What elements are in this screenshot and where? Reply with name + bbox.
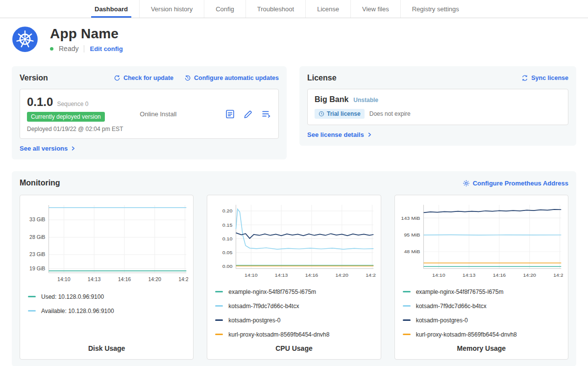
sync-icon bbox=[521, 75, 528, 81]
edit-config-link[interactable]: Edit config bbox=[90, 45, 122, 52]
configure-automatic-updates-link[interactable]: Configure automatic updates bbox=[184, 75, 279, 81]
license-expiry: Does not expire bbox=[369, 110, 411, 117]
svg-text:14:23: 14:23 bbox=[178, 276, 188, 282]
sync-license-link[interactable]: Sync license bbox=[521, 75, 568, 81]
configure-prometheus-link[interactable]: Configure Prometheus Address bbox=[463, 180, 568, 187]
legend-swatch bbox=[215, 319, 223, 321]
tab-version-history[interactable]: Version history bbox=[139, 0, 204, 18]
view-diff-icon[interactable] bbox=[261, 109, 271, 119]
legend-swatch bbox=[28, 296, 36, 297]
current-version-box: 0.1.0 Sequence 0 Currently deployed vers… bbox=[20, 89, 279, 139]
legend-label: kotsadm-postgres-0 bbox=[416, 317, 468, 324]
kubernetes-logo-icon bbox=[12, 26, 38, 52]
svg-text:14:16: 14:16 bbox=[305, 272, 318, 278]
release-notes-icon[interactable] bbox=[225, 109, 235, 119]
deployed-timestamp: Deployed 01/19/22 @ 02:04 pm EST bbox=[27, 126, 123, 132]
legend-swatch bbox=[403, 305, 411, 307]
deployed-badge: Currently deployed version bbox=[27, 112, 105, 122]
gear-icon bbox=[463, 180, 470, 187]
legend-item: example-nginx-54f8f76755-l675m bbox=[215, 285, 375, 299]
cards-row: Version Check for update Configure au bbox=[0, 54, 588, 159]
app-title-block: App Name Ready Edit config bbox=[50, 26, 123, 52]
refresh-icon bbox=[114, 75, 121, 81]
app-title: App Name bbox=[50, 26, 123, 42]
license-channel: Unstable bbox=[353, 97, 378, 104]
legend-label: kurl-proxy-kotsadm-8569fb6454-dnvh8 bbox=[228, 331, 329, 338]
top-nav: Dashboard Version history Config Trouble… bbox=[0, 0, 588, 18]
license-card: License Sync license Big Bank Unstable bbox=[299, 66, 576, 146]
disk-usage-chart: 14:1014:1314:1614:2014:2333 GiB28 GiB23 … bbox=[25, 201, 188, 286]
legend-item: Used: 10.128.0.96:9100 bbox=[28, 289, 188, 304]
legend-label: kotsadm-7f9dc7d66c-b4tcx bbox=[416, 303, 487, 310]
chart-title: Memory Usage bbox=[400, 341, 563, 355]
svg-text:95 MiB: 95 MiB bbox=[404, 233, 420, 238]
version-card: Version Check for update Configure au bbox=[12, 66, 287, 159]
legend-item: Available: 10.128.0.96:9100 bbox=[28, 304, 188, 318]
tab-view-files[interactable]: View files bbox=[350, 0, 400, 18]
tab-config[interactable]: Config bbox=[204, 0, 245, 18]
legend-item: kurl-proxy-kotsadm-8569fb6454-dnvh8 bbox=[215, 327, 375, 341]
charts-row: 14:1014:1314:1614:2014:2333 GiB28 GiB23 … bbox=[20, 195, 568, 360]
svg-text:14:10: 14:10 bbox=[57, 276, 71, 282]
license-customer-name: Big Bank bbox=[315, 95, 348, 104]
monitoring-heading: Monitoring bbox=[20, 179, 60, 187]
legend-label: kurl-proxy-kotsadm-8569fb6454-dnvh8 bbox=[416, 331, 517, 338]
svg-text:48 MiB: 48 MiB bbox=[404, 249, 420, 254]
svg-text:0.10: 0.10 bbox=[222, 236, 233, 241]
check-for-update-link[interactable]: Check for update bbox=[114, 75, 173, 81]
legend-item: kotsadm-postgres-0 bbox=[403, 313, 563, 327]
chevron-right-icon bbox=[71, 146, 76, 151]
svg-text:14:13: 14:13 bbox=[275, 272, 288, 278]
legend-item: kotsadm-7f9dc7d66c-b4tcx bbox=[215, 299, 375, 313]
legend-item: kotsadm-postgres-0 bbox=[215, 313, 375, 327]
svg-text:14:13: 14:13 bbox=[462, 272, 475, 278]
see-all-versions-link[interactable]: See all versions bbox=[20, 145, 76, 152]
tab-dashboard[interactable]: Dashboard bbox=[83, 0, 139, 18]
svg-text:14:20: 14:20 bbox=[336, 272, 349, 278]
clock-icon bbox=[318, 111, 324, 117]
license-info-box: Big Bank Unstable Trial license Does not… bbox=[307, 89, 568, 125]
version-sequence: Sequence 0 bbox=[57, 101, 88, 107]
svg-text:14:20: 14:20 bbox=[148, 276, 161, 282]
svg-text:0.00: 0.00 bbox=[222, 264, 233, 269]
legend-swatch bbox=[215, 305, 223, 307]
svg-text:14:10: 14:10 bbox=[432, 272, 445, 278]
legend-label: kotsadm-postgres-0 bbox=[228, 317, 280, 324]
svg-text:19 GiB: 19 GiB bbox=[29, 265, 45, 271]
status-dot bbox=[50, 47, 53, 51]
install-type-label: Online Install bbox=[123, 110, 225, 118]
svg-text:14:10: 14:10 bbox=[245, 272, 258, 278]
svg-text:14:23: 14:23 bbox=[366, 272, 376, 278]
legend-item: kotsadm-7f9dc7d66c-b4tcx bbox=[403, 299, 563, 313]
version-number: 0.1.0 bbox=[27, 95, 53, 109]
tab-registry-settings[interactable]: Registry settings bbox=[400, 0, 470, 18]
memory-usage-chart: 14:1014:1314:1614:2014:23143 MiB95 MiB48… bbox=[400, 201, 563, 281]
legend-label: example-nginx-54f8f76755-l675m bbox=[228, 288, 316, 295]
memory-usage-chart-card: 14:1014:1314:1614:2014:23143 MiB95 MiB48… bbox=[394, 195, 568, 360]
tab-license[interactable]: License bbox=[305, 0, 350, 18]
chart-title: CPU Usage bbox=[212, 341, 375, 355]
legend-swatch bbox=[215, 291, 223, 292]
disk-usage-chart-card: 14:1014:1314:1614:2014:2333 GiB28 GiB23 … bbox=[20, 195, 194, 360]
status-text: Ready bbox=[59, 45, 78, 52]
svg-text:143 MiB: 143 MiB bbox=[401, 215, 420, 221]
tab-troubleshoot[interactable]: Troubleshoot bbox=[245, 0, 305, 18]
legend-item: example-nginx-54f8f76755-l675m bbox=[403, 285, 563, 299]
legend-swatch bbox=[403, 291, 411, 292]
svg-text:28 GiB: 28 GiB bbox=[29, 234, 45, 240]
app-status-row: Ready Edit config bbox=[50, 45, 123, 52]
legend-swatch bbox=[403, 319, 411, 321]
edit-config-values-icon[interactable] bbox=[243, 109, 253, 119]
disk-usage-legend: Used: 10.128.0.96:9100 Available: 10.128… bbox=[25, 289, 188, 318]
svg-text:14:13: 14:13 bbox=[88, 276, 101, 282]
svg-text:33 GiB: 33 GiB bbox=[29, 216, 45, 222]
app-header: App Name Ready Edit config bbox=[0, 18, 588, 54]
cpu-usage-legend: example-nginx-54f8f76755-l675m kotsadm-7… bbox=[212, 285, 375, 341]
svg-text:14:20: 14:20 bbox=[523, 272, 536, 278]
cpu-usage-chart-card: 14:1014:1314:1614:2014:230.200.150.100.0… bbox=[207, 195, 381, 360]
svg-text:23 GiB: 23 GiB bbox=[29, 252, 45, 258]
version-info: 0.1.0 Sequence 0 Currently deployed vers… bbox=[27, 95, 123, 132]
see-license-details-link[interactable]: See license details bbox=[307, 131, 372, 138]
chevron-right-icon bbox=[367, 132, 372, 137]
svg-text:14:16: 14:16 bbox=[492, 272, 506, 278]
